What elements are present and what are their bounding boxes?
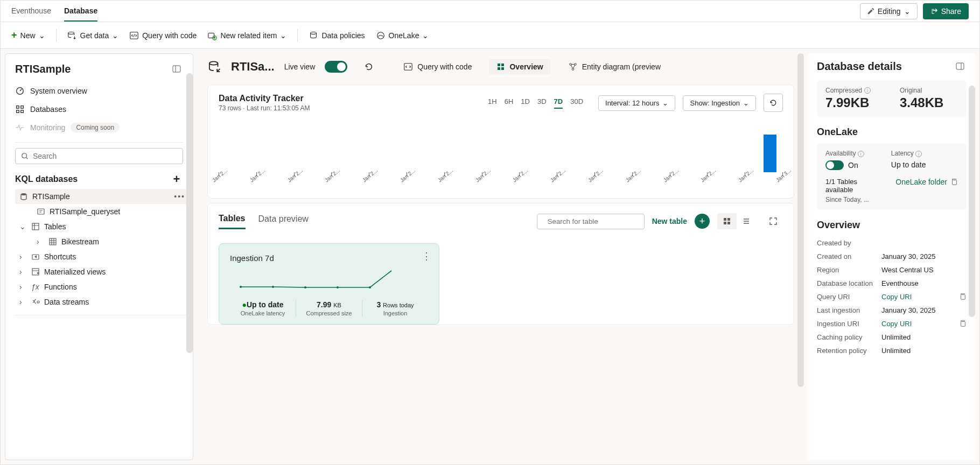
tab-eventhouse[interactable]: Eventhouse [11, 1, 51, 22]
tiles-icon [496, 62, 505, 71]
get-data-label: Get data [80, 31, 109, 40]
ingestion-tile[interactable]: ⋮ Ingestion 7d ●Up to date OneLake laten… [219, 243, 439, 325]
range-6h[interactable]: 6H [505, 97, 514, 109]
grid-view-button[interactable] [717, 213, 737, 229]
range-7d[interactable]: 7D [554, 97, 563, 109]
expand-panel-button[interactable] [954, 60, 967, 73]
tree-shortcuts[interactable]: › Shortcuts [15, 249, 190, 264]
table-search[interactable] [537, 214, 645, 229]
original-label: Original [900, 87, 958, 94]
table-icon [48, 237, 57, 246]
entity-diagram-tab[interactable]: Entity diagram (preview [561, 59, 668, 75]
range-1h[interactable]: 1H [488, 97, 497, 109]
tree-data-streams[interactable]: › Data streams [15, 294, 190, 309]
range-1d[interactable]: 1D [521, 97, 530, 109]
refresh-icon [769, 98, 778, 107]
status-label: OneLake latency [233, 310, 292, 316]
info-icon[interactable]: i [915, 151, 922, 157]
copy-icon[interactable] [959, 320, 967, 327]
svg-rect-25 [501, 67, 504, 70]
share-button[interactable]: Share [923, 3, 969, 19]
main-content: RTISa... Live view Query with code Overv… [198, 53, 804, 460]
tables-card: Tables Data preview New table + [207, 203, 794, 325]
new-button[interactable]: + New ⌄ [11, 30, 45, 41]
chart-tick: Jan 2... [256, 172, 257, 177]
search-icon [21, 152, 29, 160]
live-view-label: Live view [284, 62, 316, 71]
ov-v [881, 239, 967, 247]
svg-point-0 [68, 32, 74, 34]
copy-icon[interactable] [950, 178, 958, 186]
check-icon: ● [242, 300, 247, 309]
table-search-input[interactable] [548, 217, 639, 226]
chart-refresh-button[interactable] [764, 94, 783, 112]
copy-icon[interactable] [959, 293, 967, 300]
range-3d[interactable]: 3D [537, 97, 547, 109]
tree-label: Functions [44, 283, 77, 291]
tile-more-button[interactable]: ⋮ [422, 250, 431, 262]
tables-tab[interactable]: Tables [219, 214, 246, 229]
details-title: Database details [817, 60, 902, 73]
tab-database[interactable]: Database [64, 1, 97, 22]
list-view-button[interactable] [737, 213, 756, 229]
add-database-button[interactable]: + [170, 173, 183, 186]
info-icon[interactable]: i [864, 87, 871, 94]
tree-label: RTISample_queryset [50, 207, 120, 216]
info-icon[interactable]: i [858, 151, 864, 157]
tree-tables[interactable]: ⌄ Tables [15, 219, 190, 234]
svg-point-29 [543, 221, 543, 222]
chart-tick: Jan 2... [557, 172, 557, 177]
left-search[interactable] [15, 148, 183, 164]
tree-db-rtisample[interactable]: RTISample ••• [15, 189, 190, 204]
svg-rect-11 [21, 110, 24, 113]
svg-rect-18 [32, 269, 39, 275]
scrollbar[interactable] [797, 53, 804, 387]
show-select[interactable]: Show: Ingestion ⌄ [683, 95, 756, 111]
range-30d[interactable]: 30D [570, 97, 583, 109]
tree-queryset[interactable]: RTISample_queryset [15, 204, 190, 219]
tree-functions[interactable]: › ƒx Functions [15, 279, 190, 294]
chart-bar [764, 135, 776, 172]
tree-bikestream[interactable]: › Bikestream [15, 234, 190, 249]
tree-label: Shortcuts [44, 252, 76, 261]
nav-system-overview[interactable]: System overview [5, 82, 193, 100]
overview-tab[interactable]: Overview [489, 59, 550, 74]
svg-rect-40 [953, 180, 957, 185]
new-table-button[interactable]: + [695, 214, 710, 229]
new-table-link[interactable]: New table [652, 217, 687, 226]
rows-value: 3 [376, 300, 381, 309]
left-search-input[interactable] [33, 152, 177, 160]
chart-tick: Jan 2... [632, 172, 633, 177]
query-with-code-action[interactable]: Query with code [396, 59, 479, 75]
editing-button[interactable]: Editing ⌄ [860, 3, 918, 19]
latency-value: Up to date [891, 160, 926, 169]
more-button[interactable]: ••• [174, 192, 185, 201]
list-icon [742, 217, 751, 226]
new-related-item-button[interactable]: New related item ⌄ [207, 31, 286, 40]
chevron-down-icon: ⌄ [743, 99, 749, 107]
tree-materialized-views[interactable]: › Materialized views [15, 264, 190, 279]
interval-select[interactable]: Interval: 12 hours ⌄ [598, 95, 675, 111]
scrollbar[interactable] [186, 73, 193, 353]
copy-query-uri[interactable]: Copy URI [881, 293, 959, 301]
nav-databases[interactable]: Databases [5, 100, 193, 118]
refresh-button[interactable] [362, 60, 375, 73]
live-view-toggle[interactable] [325, 61, 347, 73]
query-with-code-button[interactable]: Query with code [129, 31, 197, 40]
nav-monitoring: Monitoring Coming soon [5, 118, 193, 137]
svg-rect-14 [38, 209, 44, 214]
svg-point-13 [21, 193, 26, 195]
since-label: Since Today, ... [825, 196, 885, 203]
chevron-down-icon: ⌄ [112, 31, 118, 40]
scrollbar[interactable] [969, 86, 975, 317]
get-data-button[interactable]: Get data ⌄ [67, 31, 119, 40]
onelake-folder-link[interactable]: OneLake folder [895, 178, 947, 186]
collapse-panel-button[interactable] [170, 62, 183, 75]
data-policies-button[interactable]: Data policies [309, 31, 365, 40]
function-icon: ƒx [31, 283, 40, 291]
data-preview-tab[interactable]: Data preview [258, 214, 309, 228]
copy-ingestion-uri[interactable]: Copy URI [881, 320, 959, 328]
availability-toggle[interactable] [825, 160, 844, 170]
fullscreen-button[interactable] [764, 212, 783, 230]
onelake-button[interactable]: OneLake ⌄ [376, 31, 429, 40]
